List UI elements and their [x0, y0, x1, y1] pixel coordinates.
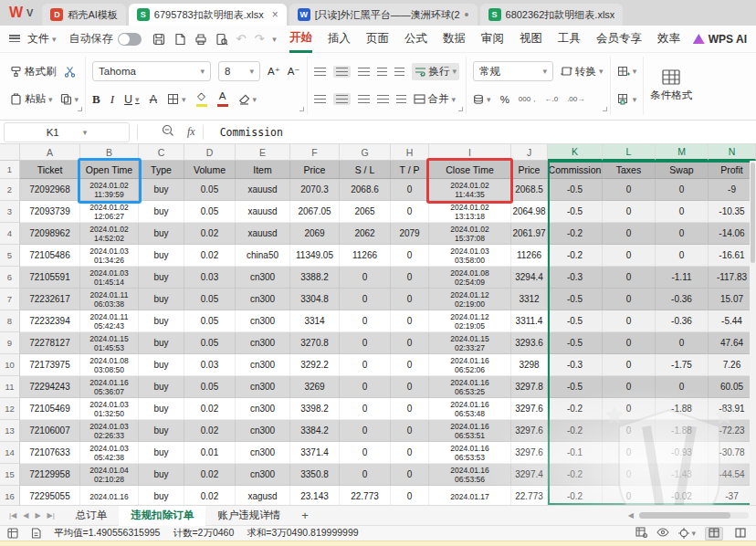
data-cell[interactable]: 2024.01.0215:37:08 [429, 223, 511, 245]
data-cell[interactable]: 72093739 [20, 201, 80, 223]
page-layout-view-button[interactable] [732, 528, 749, 540]
data-cell[interactable]: 3384.2 [290, 420, 340, 442]
data-cell[interactable]: 72129958 [20, 464, 80, 486]
column-header-M[interactable]: M [656, 144, 709, 161]
quick-access-more-icon[interactable]: ▾ [272, 35, 277, 44]
data-cell[interactable]: 0 [340, 420, 391, 442]
print-preview-icon[interactable] [215, 33, 228, 46]
data-cell[interactable]: 3371.4 [290, 442, 340, 464]
column-header-A[interactable]: A [20, 144, 80, 161]
data-cell[interactable]: 0 [391, 420, 429, 442]
row-header-6[interactable]: 6 [0, 267, 20, 289]
data-cell[interactable]: 0.02 [184, 223, 236, 245]
data-cell[interactable]: 72294243 [20, 376, 80, 398]
italic-button[interactable]: I [110, 92, 114, 107]
currency-button[interactable]: ▾ [473, 94, 491, 105]
insert-function-button[interactable]: fx [187, 125, 195, 139]
ribbon-tab-工具[interactable]: 工具 [558, 26, 581, 53]
data-cell[interactable]: 2068.6 [340, 179, 391, 201]
sheet-tab-账户违规详情[interactable]: 账户违规详情 [205, 506, 292, 526]
data-cell[interactable]: cn300 [236, 332, 290, 354]
sheet-tab-总订单[interactable]: 总订单 [64, 506, 120, 526]
first-sheet-icon[interactable]: |◀ [9, 511, 16, 520]
data-cell[interactable]: 0 [391, 179, 429, 201]
font-color-button[interactable]: A [217, 91, 228, 107]
data-cell[interactable]: 2024.01.1606:53:56 [429, 464, 511, 486]
data-cell[interactable]: 2024.01.0212:06:27 [80, 201, 139, 223]
column-header-J[interactable]: J [511, 144, 548, 161]
data-cell[interactable]: buy [139, 223, 184, 245]
data-cell[interactable]: 0 [340, 376, 391, 398]
number-format-select[interactable]: 常规▾ [473, 61, 553, 81]
align-middle-button[interactable] [333, 66, 351, 78]
data-cell[interactable]: 2069 [290, 223, 340, 245]
data-cell[interactable]: 0.02 [184, 486, 236, 505]
increase-decimal-button[interactable]: ←.0 [544, 95, 558, 103]
align-right-button[interactable] [358, 95, 370, 103]
data-cell[interactable]: 2024.01.0214:52:02 [80, 223, 139, 245]
data-cell[interactable]: buy [139, 398, 184, 420]
data-cell[interactable]: 2024.01.0302:26:33 [80, 420, 139, 442]
last-sheet-icon[interactable]: ▶| [47, 511, 55, 520]
data-cell[interactable]: 0 [391, 486, 429, 505]
data-cell[interactable]: 2061.97 [511, 223, 548, 245]
copy-button[interactable]: ▾ [60, 93, 79, 105]
data-cell[interactable]: 0 [391, 376, 429, 398]
column-header-F[interactable]: F [290, 144, 340, 161]
justify-button[interactable] [377, 95, 389, 103]
data-cell[interactable]: buy [139, 376, 184, 398]
data-cell[interactable]: 0 [656, 376, 709, 398]
data-cell[interactable]: cn300 [236, 442, 290, 464]
align-center-button[interactable] [333, 93, 351, 105]
horizontal-scrollbar-thumb[interactable] [639, 512, 730, 519]
column-header-E[interactable]: E [236, 144, 290, 161]
data-cell[interactable]: 72278127 [20, 332, 80, 354]
data-cell[interactable]: 2024.01.1606:53:53 [429, 442, 511, 464]
data-cell[interactable]: cn300 [236, 376, 290, 398]
header-cell[interactable]: Ticket [20, 161, 80, 179]
data-cell[interactable]: -1.88 [656, 420, 709, 442]
data-cell[interactable]: 0 [603, 310, 656, 332]
header-cell[interactable]: Price [290, 161, 340, 179]
header-cell[interactable]: Price [511, 161, 548, 179]
data-cell[interactable]: 0 [340, 332, 391, 354]
data-cell[interactable]: 0.03 [184, 267, 236, 289]
data-cell[interactable]: 2024.01.0213:13:18 [429, 201, 511, 223]
data-cell[interactable]: 3298 [511, 354, 548, 376]
data-cell[interactable]: buy [139, 289, 184, 310]
data-cell[interactable]: buy [139, 354, 184, 376]
data-cell[interactable]: 0 [391, 398, 429, 420]
data-cell[interactable]: 2024.01.1606:53:25 [429, 376, 511, 398]
data-cell[interactable]: -0.93 [656, 442, 709, 464]
column-header-H[interactable]: H [391, 144, 429, 161]
data-cell[interactable]: -0.1 [548, 442, 603, 464]
column-header-B[interactable]: B [80, 144, 139, 161]
data-cell[interactable]: buy [139, 201, 184, 223]
decrease-indent-button[interactable] [377, 68, 387, 76]
header-cell[interactable]: Close Time [429, 161, 511, 179]
data-cell[interactable]: 2024.01.1106:03:38 [80, 289, 139, 310]
data-cell[interactable]: 2024.01.1606:53:48 [429, 398, 511, 420]
redo-icon[interactable]: ↷ [254, 32, 264, 46]
alignment-dialog-launcher[interactable] [458, 107, 463, 111]
align-bottom-button[interactable] [358, 68, 370, 76]
data-cell[interactable]: 2024.01.17 [429, 486, 511, 505]
wps-ai-button[interactable]: WPS AI [693, 33, 747, 46]
column-header-L[interactable]: L [603, 144, 656, 161]
data-cell[interactable]: 2024.01.1105:42:43 [80, 310, 139, 332]
data-cell[interactable]: 0 [391, 354, 429, 376]
data-cell[interactable]: 2024.01.0211:44:35 [429, 179, 511, 201]
data-cell[interactable]: -0.36 [656, 289, 709, 310]
data-cell[interactable]: 0 [391, 442, 429, 464]
data-cell[interactable]: -0.5 [548, 310, 603, 332]
data-cell[interactable]: 0 [603, 201, 656, 223]
data-cell[interactable]: -0.2 [548, 223, 603, 245]
prev-sheet-icon[interactable]: ◀ [23, 511, 28, 520]
font-size-select[interactable]: 8▾ [218, 61, 260, 81]
data-cell[interactable]: 0 [340, 354, 391, 376]
data-cell[interactable]: 22.773 [340, 486, 391, 505]
data-cell[interactable]: 2024.01.1606:53:51 [429, 420, 511, 442]
column-header-K[interactable]: K [548, 144, 603, 161]
row-header-4[interactable]: 4 [0, 223, 20, 245]
data-cell[interactable]: -0.2 [548, 420, 603, 442]
